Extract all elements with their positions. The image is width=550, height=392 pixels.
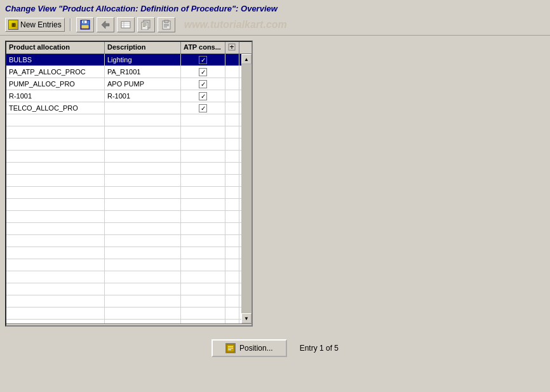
table-row-empty (6, 114, 252, 126)
table-row[interactable]: R-1001 R-1001 (6, 90, 252, 102)
scroll-right-button[interactable]: ► (18, 325, 28, 327)
cell-atp-cons (181, 54, 225, 65)
atp-checkbox[interactable] (199, 104, 207, 112)
cell-description: APO PUMP (105, 78, 181, 90)
table-row-empty (6, 187, 252, 199)
page-title: Change View "Product Allocation: Definit… (5, 4, 278, 13)
save-icon (79, 19, 91, 30)
table-row-empty (6, 259, 252, 271)
cell-product-allocation: R-1001 (6, 90, 105, 102)
table-body: BULBS Lighting PA_ATP_ALLOC_PROC PA_R100… (6, 54, 252, 323)
cell-atp-cons (181, 78, 225, 90)
scroll-down-button[interactable]: ▼ (241, 313, 252, 323)
new-entries-button[interactable]: ⊞ New Entries (5, 18, 65, 32)
new-entries-label: New Entries (20, 20, 62, 29)
paste-button[interactable] (158, 17, 175, 32)
cell-extra (225, 102, 239, 114)
cell-atp-cons (181, 102, 225, 114)
toolbar: ⊞ New Entries (0, 15, 550, 36)
table-row[interactable]: PUMP_ALLOC_PRO APO PUMP (6, 78, 252, 90)
svg-rect-3 (81, 25, 89, 29)
svg-rect-25 (228, 349, 231, 350)
edit-button[interactable] (117, 17, 135, 32)
table-row-empty (6, 211, 252, 223)
cell-product-allocation: PA_ATP_ALLOC_PROC (6, 66, 105, 78)
atp-checkbox[interactable] (199, 68, 207, 76)
table-row-empty (6, 223, 252, 235)
table-row-empty (6, 126, 252, 139)
entry-count: Entry 1 of 5 (300, 344, 339, 353)
col-header-description: Description (105, 42, 181, 53)
vertical-scrollbar[interactable]: ▲ ▼ (241, 54, 252, 323)
toolbar-separator-1 (70, 18, 71, 31)
table-row-empty (6, 235, 252, 247)
watermark: www.tutorialkart.com (184, 19, 287, 30)
table-row-empty (6, 271, 252, 283)
main-content: Product allocation Description ATP cons.… (0, 36, 550, 332)
svg-rect-21 (232, 45, 232, 49)
cell-product-allocation: TELCO_ALLOC_PRO (6, 102, 105, 114)
cell-extra (225, 90, 239, 102)
table-row-empty (6, 151, 252, 163)
position-button-label: Position... (239, 344, 273, 353)
svg-rect-13 (143, 26, 145, 27)
svg-rect-12 (143, 25, 147, 25)
svg-rect-11 (143, 24, 147, 24)
edit-icon (120, 19, 131, 30)
table-row-empty (6, 283, 252, 295)
scroll-track (241, 64, 252, 313)
bottom-bar: Position... Entry 1 of 5 (0, 332, 550, 365)
cell-product-allocation: BULBS (6, 54, 105, 65)
col-header-atp-cons: ATP cons... (181, 42, 225, 53)
col-header-expand[interactable] (225, 42, 239, 53)
cell-extra (225, 54, 239, 65)
horizontal-scrollbar-area: ◄ ► ◄ ► (6, 323, 252, 327)
svg-rect-18 (164, 27, 167, 27)
table-row-empty (6, 247, 252, 259)
svg-rect-5 (121, 22, 130, 28)
table-row[interactable]: BULBS Lighting (6, 54, 252, 66)
data-table: Product allocation Description ATP cons.… (5, 41, 253, 327)
scroll-up-button[interactable]: ▲ (241, 54, 252, 64)
svg-rect-24 (228, 348, 233, 349)
table-row-empty (6, 175, 252, 187)
scroll-right-end2-button[interactable]: ► (240, 325, 250, 327)
paste-icon (161, 19, 172, 30)
table-row-empty (6, 139, 252, 151)
table-row-empty (6, 163, 252, 175)
title-bar: Change View "Product Allocation: Definit… (0, 0, 550, 15)
table-row[interactable]: PA_ATP_ALLOC_PROC PA_R1001 (6, 66, 252, 78)
table-row-empty (6, 320, 252, 323)
atp-checkbox[interactable] (199, 80, 207, 88)
table-row-empty (6, 199, 252, 211)
position-icon (225, 343, 236, 353)
atp-checkbox[interactable] (199, 56, 207, 64)
new-entries-icon: ⊞ (8, 20, 18, 30)
atp-checkbox[interactable] (199, 92, 207, 100)
horizontal-scroll-track (28, 325, 230, 327)
cell-extra (225, 78, 239, 90)
back-button[interactable] (97, 17, 114, 32)
copy-button[interactable] (137, 17, 155, 32)
svg-rect-16 (164, 24, 169, 25)
copy-icon (140, 19, 152, 30)
cell-product-allocation: PUMP_ALLOC_PRO (6, 78, 105, 90)
svg-marker-4 (102, 21, 109, 29)
cell-atp-cons (181, 66, 225, 78)
position-button[interactable]: Position... (211, 339, 287, 357)
cell-extra (225, 66, 239, 78)
table-row[interactable]: TELCO_ALLOC_PRO (6, 102, 252, 114)
svg-rect-15 (164, 20, 168, 23)
cell-description: R-1001 (105, 90, 181, 102)
table-row-empty (6, 308, 252, 320)
scroll-left-button[interactable]: ◄ (8, 325, 18, 327)
save-button[interactable] (76, 17, 94, 32)
cell-atp-cons (181, 90, 225, 102)
scroll-right-end-button[interactable]: ◄ (230, 325, 240, 327)
cell-description (105, 102, 181, 114)
table-row-empty (6, 295, 252, 308)
back-icon (100, 19, 111, 30)
svg-rect-2 (83, 21, 84, 24)
cell-description: Lighting (105, 54, 181, 65)
svg-rect-17 (164, 25, 169, 26)
